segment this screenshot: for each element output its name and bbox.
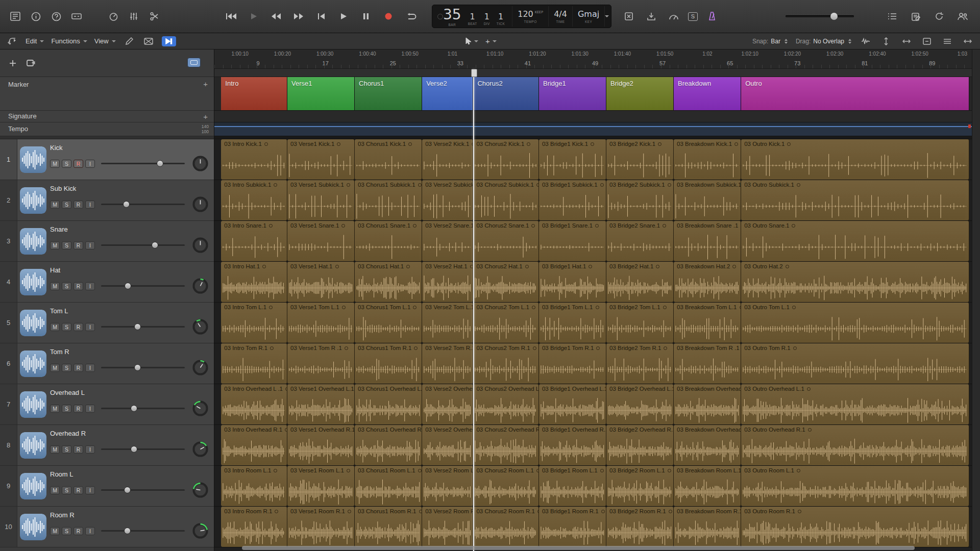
audio-region[interactable]: 03 Chorus2 Snare.1	[473, 221, 539, 261]
audio-region[interactable]: 03 Verse2 Room R.1	[422, 507, 473, 547]
audio-region[interactable]: 03 Verse2 Snare.1	[422, 221, 473, 261]
track-name[interactable]: Hat	[50, 266, 209, 274]
track-input-button[interactable]: I	[85, 364, 95, 372]
audio-region[interactable]: 03 Breakdown Subkick.1	[674, 180, 741, 220]
audio-region[interactable]: 03 Chorus1 Snare.1	[355, 221, 422, 261]
audio-region[interactable]: 03 Breakdown Tom R .1	[674, 343, 741, 384]
volume-slider-thumb[interactable]	[157, 160, 163, 167]
pan-knob[interactable]	[192, 522, 209, 539]
audio-region[interactable]: 03 Verse1 Subkick.1	[287, 180, 355, 220]
pan-knob[interactable]	[192, 278, 209, 294]
audio-region[interactable]: 03 Chorus2 Room R.1	[473, 507, 539, 547]
play-button[interactable]	[334, 8, 353, 24]
toolbar-toggle-icon[interactable]	[68, 9, 85, 23]
track-record-button[interactable]: R	[74, 201, 83, 209]
volume-slider-thumb[interactable]	[125, 283, 131, 289]
track-mute-button[interactable]: M	[50, 160, 60, 168]
audio-region[interactable]: 03 Bridge2 Snare.1	[606, 221, 674, 261]
smart-controls-icon[interactable]	[105, 9, 121, 23]
volume-slider-thumb[interactable]	[131, 446, 137, 453]
waveform-zoom-icon[interactable]	[860, 36, 872, 46]
audio-region[interactable]: 03 Chorus1 Hat.1	[355, 262, 422, 302]
track-record-button[interactable]: R	[74, 405, 83, 413]
audio-region[interactable]: 03 Chorus2 Overhead L.1	[473, 384, 539, 424]
collapse-tracks-icon[interactable]	[941, 36, 953, 46]
track-input-button[interactable]: I	[85, 405, 95, 413]
audio-region[interactable]: 03 Chorus1 Overhead L.1	[355, 384, 422, 424]
add-signature-button[interactable]: +	[203, 112, 208, 121]
editors-scissors-icon[interactable]	[146, 9, 162, 23]
track-name[interactable]: Tom L	[50, 307, 209, 315]
audio-region[interactable]: 03 Bridge2 Kick.1	[606, 139, 674, 180]
track-record-button[interactable]: R	[74, 445, 83, 454]
count-in-icon[interactable]	[643, 9, 659, 23]
audio-region[interactable]: 03 Chorus2 Subkick.1	[473, 180, 539, 220]
volume-slider-thumb[interactable]	[134, 364, 141, 371]
loop-browser-icon[interactable]	[931, 9, 947, 23]
track-header-view-button[interactable]	[187, 58, 201, 67]
audio-region[interactable]: 03 Verse2 Subkick.1	[422, 180, 473, 220]
pan-knob[interactable]	[192, 441, 209, 458]
volume-slider-thumb[interactable]	[131, 405, 137, 412]
record-button[interactable]	[379, 8, 398, 24]
audio-region[interactable]: 03 Chorus1 Room R.1	[355, 507, 422, 547]
track-header[interactable]: 4HatMSRI	[0, 262, 214, 303]
track-input-button[interactable]: I	[85, 201, 95, 209]
audio-region[interactable]: 03 Bridge2 Subkick.1	[606, 180, 674, 220]
audio-region[interactable]: 03 Verse1 Kick.1	[287, 139, 355, 180]
audio-region[interactable]: 03 Breakdown Overhead R.1	[674, 425, 741, 465]
track-solo-button[interactable]: S	[62, 486, 71, 494]
audio-region[interactable]: 03 Bridge1 Overhead R.1	[539, 425, 606, 465]
audio-region[interactable]: 03 Verse1 Room L.1	[287, 466, 355, 506]
audio-region[interactable]: 03 Bridge1 Subkick.1	[539, 180, 606, 220]
left-click-tool-selector[interactable]	[465, 37, 478, 45]
track-header[interactable]: 9Room LMSRI	[0, 466, 214, 507]
audio-region[interactable]: 03 Verse2 Tom R.1	[422, 343, 473, 384]
pan-knob[interactable]	[192, 318, 209, 335]
track-mute-button[interactable]: M	[50, 282, 60, 290]
pan-knob[interactable]	[192, 359, 209, 376]
forward-button[interactable]	[289, 8, 308, 24]
track-solo-button[interactable]: S	[62, 241, 71, 249]
audio-region[interactable]: 03 Chorus1 Tom R.1	[355, 343, 422, 384]
autopunch-icon[interactable]	[621, 9, 637, 23]
audio-region[interactable]: 03 Breakdown Tom L.1	[674, 303, 741, 343]
track-solo-button[interactable]: S	[62, 323, 71, 331]
audio-region[interactable]: 03 Breakdown Overhead L.1	[674, 384, 741, 424]
arrangement-marker[interactable]: Chorus2	[473, 77, 539, 110]
volume-slider-thumb[interactable]	[134, 323, 141, 330]
browsers-icon[interactable]	[954, 9, 971, 23]
track-name[interactable]: Room R	[50, 511, 209, 519]
track-record-button[interactable]: R	[74, 282, 83, 290]
audio-region[interactable]: 03 Bridge2 Hat.1	[606, 262, 674, 302]
audio-region[interactable]: 03 Intro Hat.1	[221, 262, 287, 302]
cycle-button[interactable]	[401, 8, 421, 24]
track-solo-button[interactable]: S	[62, 282, 71, 290]
track-solo-button[interactable]: S	[62, 405, 71, 413]
duplicate-track-button[interactable]	[26, 58, 37, 68]
volume-slider[interactable]	[101, 323, 185, 331]
audio-region[interactable]: 03 Chorus2 Kick.1	[473, 139, 539, 180]
audio-region[interactable]: 03 Intro Kick.1	[221, 139, 287, 180]
track-input-button[interactable]: I	[85, 241, 95, 249]
audio-region[interactable]: 03 Bridge1 Room R.1	[539, 507, 606, 547]
audio-region[interactable]: 03 Outro Room R.1	[741, 507, 969, 547]
audio-region[interactable]: 03 Chorus1 Overhead R.1	[355, 425, 422, 465]
back-arrow-icon[interactable]	[6, 36, 18, 46]
lcd-display[interactable]: 35BAR 1BEAT 1DIV 1TICK 120KEEP TEMPO 4/4…	[432, 5, 611, 28]
track-name[interactable]: Overhead L	[50, 389, 209, 396]
track-mute-button[interactable]: M	[50, 405, 60, 413]
audio-region[interactable]: 03 Chorus2 Overhead R.1	[473, 425, 539, 465]
audio-region[interactable]: 03 Breakdown Snare .1	[674, 221, 741, 261]
audio-region[interactable]: 03 Chorus2 Hat.1	[473, 262, 539, 302]
audio-region[interactable]: 03 Bridge1 Overhead L.1	[539, 384, 606, 424]
horizontal-zoom-icon[interactable]	[900, 36, 913, 46]
audio-region[interactable]: 03 Outro Tom R.1	[741, 343, 969, 384]
audio-region[interactable]: 03 Verse2 Tom L.1	[422, 303, 473, 343]
metronome-icon[interactable]	[704, 9, 720, 23]
volume-slider[interactable]	[101, 486, 185, 494]
audio-region[interactable]: 03 Intro Subkick.1	[221, 180, 287, 220]
audio-region[interactable]: 03 Outro Room L.1	[741, 466, 969, 506]
track-input-button[interactable]: I	[85, 527, 95, 535]
audio-region[interactable]: 03 Intro Tom R.1	[221, 343, 287, 384]
